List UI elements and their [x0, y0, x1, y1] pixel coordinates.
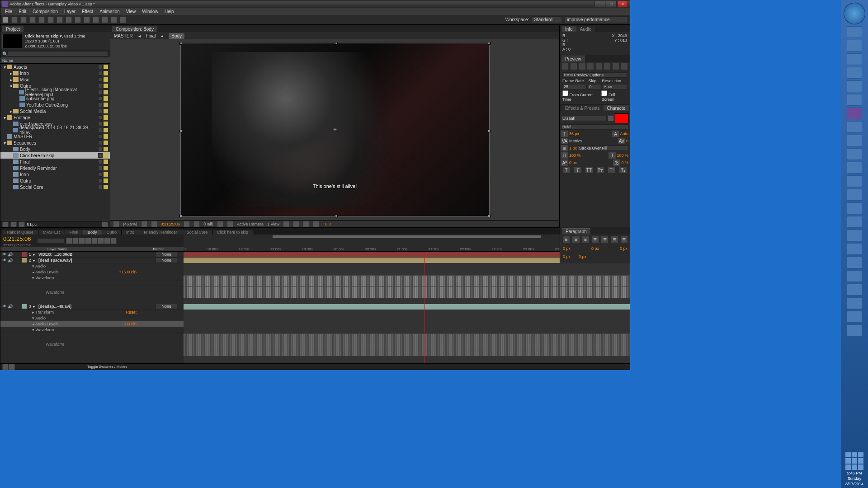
camera-tool-icon[interactable]	[38, 17, 45, 23]
zoom-dropdown[interactable]: (46.9%)	[123, 222, 137, 226]
flowchart-icon[interactable]	[313, 221, 319, 227]
taskbar-app-icon[interactable]	[847, 311, 862, 323]
fill-color-swatch[interactable]	[615, 113, 628, 123]
work-area-bar[interactable]	[273, 235, 540, 238]
ram-preview-options-dropdown[interactable]: RAM Preview Options	[562, 72, 627, 78]
paragraph-tab[interactable]: Paragraph	[562, 228, 590, 235]
current-timecode[interactable]: 0:21:25:06	[0, 235, 34, 243]
project-item[interactable]: Outro	[0, 178, 110, 184]
mute-button[interactable]	[604, 63, 610, 70]
faux-bold-button[interactable]: T	[563, 167, 570, 173]
transform-property-group[interactable]: ▸ TransformReset	[0, 310, 184, 315]
menu-animation[interactable]: Animation	[97, 9, 122, 14]
taskbar-app-icon[interactable]	[847, 121, 862, 133]
always-preview-icon[interactable]	[113, 221, 119, 227]
transform-handle-icon[interactable]	[335, 42, 338, 45]
breadcrumb-item[interactable]: Body	[169, 33, 184, 39]
label-color-icon[interactable]	[98, 77, 103, 82]
font-size-input[interactable]: 36 px	[569, 131, 579, 136]
tray-icon[interactable]	[858, 465, 863, 470]
small-caps-button[interactable]: Tᴛ	[597, 167, 604, 173]
timeline-comp-tab[interactable]: Intro	[122, 230, 139, 235]
menu-effect[interactable]: Effect	[79, 9, 96, 14]
preview-tab[interactable]: Preview	[561, 56, 585, 62]
from-current-checkbox[interactable]: From Current Time	[562, 90, 600, 102]
leading-input[interactable]: Auto	[620, 131, 628, 136]
taskbar-app-icon[interactable]	[847, 284, 862, 296]
justify-center-button[interactable]: ≣	[601, 236, 608, 243]
taskbar-app-icon[interactable]	[847, 94, 862, 106]
start-button[interactable]	[844, 3, 865, 24]
tray-network-icon[interactable]	[858, 458, 863, 464]
tray-icon[interactable]	[852, 452, 857, 457]
audio-levels-property[interactable]: ⬥ Audio Levels+15.00dB	[0, 269, 184, 275]
tracking-input[interactable]: 0	[626, 139, 628, 143]
project-tree[interactable]: ▾Assets▸Intro▸Misc▾Outro[Electr...cking …	[0, 64, 110, 221]
align-left-button[interactable]: ≡	[563, 236, 570, 243]
menu-file[interactable]: File	[2, 9, 15, 14]
faux-italic-button[interactable]: T	[574, 167, 581, 173]
type-tool-icon[interactable]	[75, 17, 81, 23]
timeline-comp-tab[interactable]: Social Core	[182, 230, 213, 235]
taskbar-app-icon[interactable]	[847, 189, 862, 201]
tray-icon[interactable]	[858, 452, 863, 457]
font-style-dropdown[interactable]: Bold	[561, 124, 628, 130]
label-color-icon[interactable]	[98, 128, 103, 132]
snapshot-icon[interactable]	[184, 221, 190, 227]
rotate-tool-icon[interactable]	[29, 17, 36, 23]
project-item[interactable]: [Electr...cking [Monstercat Release].mp3	[0, 89, 110, 95]
viewer-canvas[interactable]: ✦ This one's still alive!	[180, 43, 490, 216]
timeline-icon[interactable]	[303, 221, 309, 227]
camera-dropdown[interactable]: Active Camera	[237, 222, 264, 226]
clock-time[interactable]: 5:46 PM	[847, 471, 862, 475]
taskbar-app-icon[interactable]	[847, 148, 862, 160]
workspace-dropdown[interactable]: Standard	[532, 16, 562, 23]
next-frame-button[interactable]	[587, 63, 594, 70]
stroke-mode-dropdown[interactable]: Stroke Over Fill	[578, 145, 628, 151]
label-color-icon[interactable]	[98, 122, 103, 126]
pan-behind-tool-icon[interactable]	[47, 17, 54, 23]
project-item[interactable]: ▾Assets	[0, 64, 110, 70]
taskbar-app-icon[interactable]	[847, 53, 862, 65]
tray-icon[interactable]	[845, 458, 851, 464]
exposure-value[interactable]: +0.0	[323, 222, 331, 226]
timeline-search-input[interactable]	[37, 238, 64, 244]
layer-row[interactable]: 👁🔊3▸[deadsp...-49.avi]None	[0, 304, 184, 310]
menu-view[interactable]: View	[123, 9, 139, 14]
brush-tool-icon[interactable]	[84, 17, 90, 23]
view-layout-dropdown[interactable]: 1 View	[267, 222, 279, 226]
project-item[interactable]: ▸Social Media	[0, 108, 110, 114]
parent-column[interactable]: Parent	[153, 247, 164, 251]
fast-previews-icon[interactable]	[293, 221, 299, 227]
label-color-icon[interactable]	[98, 172, 103, 177]
timeline-comp-tab[interactable]: Final	[65, 230, 84, 235]
window-titlebar[interactable]: Adobe After Effects - Gameplay Video AE.…	[0, 0, 630, 8]
stroke-width-input[interactable]: 1 px	[569, 146, 577, 150]
label-color-icon[interactable]	[98, 96, 103, 101]
taskbar-app-icon[interactable]	[847, 80, 862, 92]
audio-property-group[interactable]: ▾ Audio	[0, 315, 184, 321]
disclosure-closed-icon[interactable]: ▸	[9, 77, 13, 82]
interpret-footage-icon[interactable]	[2, 221, 9, 228]
taskbar-app-icon[interactable]	[847, 162, 862, 174]
viewer-timecode[interactable]: 0;21;25;06	[161, 222, 180, 226]
project-item[interactable]: ▾Footage	[0, 114, 110, 121]
waveform-property-group[interactable]: ▾ Waveform	[0, 327, 184, 333]
graph-editor-icon[interactable]	[110, 238, 117, 244]
tsume-input[interactable]: 0 %	[621, 160, 628, 165]
project-item[interactable]: Intro	[0, 171, 110, 178]
delete-icon[interactable]	[102, 221, 108, 228]
window-maximize-button[interactable]: □	[606, 1, 617, 7]
taskbar-app-icon[interactable]	[847, 243, 862, 255]
parent-dropdown[interactable]: None	[156, 258, 177, 263]
indent-left-input[interactable]: 0 px	[563, 246, 571, 251]
eraser-tool-icon[interactable]	[102, 17, 108, 23]
justify-left-button[interactable]: ≣	[592, 236, 599, 243]
last-frame-button[interactable]	[596, 63, 602, 70]
layer-row[interactable]: 👁🔊1▸VIDEO: ...10.00dBNone	[0, 252, 184, 258]
taskbar-app-icon[interactable]	[847, 270, 862, 282]
superscript-button[interactable]: T¹	[608, 167, 615, 173]
taskbar-app-icon[interactable]	[847, 175, 862, 187]
transform-handle-icon[interactable]	[335, 215, 338, 217]
project-item[interactable]: ▾Sequences	[0, 140, 110, 146]
